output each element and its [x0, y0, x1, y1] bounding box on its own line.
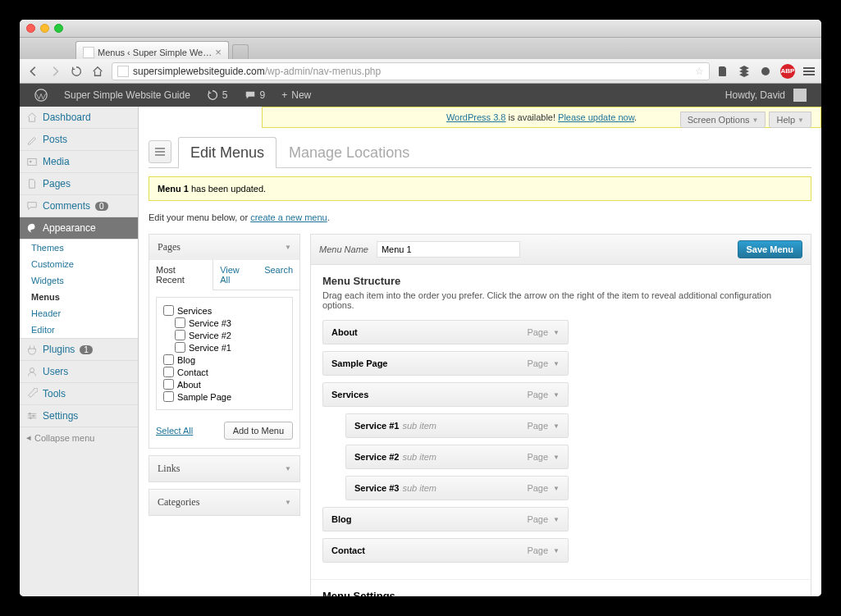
metabox-tab-recent[interactable]: Most Recent [149, 260, 213, 290]
home-button[interactable] [90, 64, 105, 79]
metabox-tab-viewall[interactable]: View All [213, 260, 258, 290]
page-checkbox-services[interactable]: Services [163, 304, 286, 317]
buffer-icon[interactable] [738, 65, 751, 78]
add-to-menu-button[interactable]: Add to Menu [224, 422, 293, 440]
update-now-link[interactable]: Please update now [558, 112, 634, 122]
zoom-window-icon[interactable] [54, 24, 63, 33]
page-checkbox-blog[interactable]: Blog [163, 354, 286, 366]
submenu-editor[interactable]: Editor [20, 322, 138, 338]
reload-button[interactable] [69, 64, 84, 79]
select-all-link[interactable]: Select All [156, 426, 193, 436]
page-checkbox-sample[interactable]: Sample Page [163, 390, 286, 403]
chevron-down-icon: ▼ [553, 516, 560, 523]
new-content-link[interactable]: + New [273, 84, 319, 107]
close-tab-icon[interactable]: × [215, 46, 222, 58]
sidebar-item-users[interactable]: Users [20, 361, 138, 383]
browser-tab[interactable]: Menus ‹ Super Simple We… × [75, 41, 229, 59]
metabox-tab-search[interactable]: Search [258, 260, 299, 290]
metabox-categories-toggle[interactable]: Categories▼ [149, 490, 299, 515]
page-checkbox-contact[interactable]: Contact [163, 366, 286, 378]
admin-bar: Super Simple Website Guide 5 9 + New How… [20, 84, 821, 107]
submenu-header[interactable]: Header [20, 305, 138, 322]
close-window-icon[interactable] [26, 24, 35, 33]
page-checkbox-service1[interactable]: Service #1 [163, 341, 286, 354]
chrome-menu-icon[interactable] [803, 67, 815, 75]
sidebar-item-comments[interactable]: Comments0 [20, 195, 138, 217]
comments-link[interactable]: 9 [236, 84, 274, 107]
menu-item[interactable]: Service #2sub itemPage ▼ [345, 445, 569, 469]
svg-point-5 [29, 413, 31, 415]
browser-toolbar: supersimplewebsiteguide.com/wp-admin/nav… [20, 59, 821, 84]
svg-point-0 [761, 67, 770, 75]
updates-link[interactable]: 5 [199, 84, 236, 107]
help-button[interactable]: Help ▼ [769, 112, 811, 128]
menu-name-input[interactable] [377, 241, 520, 258]
menu-item[interactable]: BlogPage ▼ [322, 507, 569, 532]
menu-item-toggle[interactable]: Page ▼ [527, 358, 560, 368]
tab-title: Menus ‹ Super Simple We… [98, 48, 212, 57]
svg-point-6 [32, 415, 34, 418]
chevron-down-icon: ▼ [285, 499, 291, 506]
page-checkbox-about[interactable]: About [163, 378, 286, 390]
new-tab-button[interactable] [232, 44, 249, 59]
menu-item[interactable]: Service #1sub itemPage ▼ [345, 413, 569, 438]
submenu-menus[interactable]: Menus [20, 289, 138, 305]
wp-version-link[interactable]: WordPress 3.8 [446, 112, 506, 122]
menu-item[interactable]: Sample PagePage ▼ [322, 351, 569, 376]
appearance-submenu: Themes Customize Widgets Menus Header Ed… [20, 240, 138, 339]
sidebar-item-dashboard[interactable]: Dashboard [20, 107, 138, 129]
menu-item[interactable]: AboutPage ▼ [322, 320, 569, 345]
chevron-down-icon: ▼ [553, 454, 560, 461]
chevron-down-icon: ▼ [553, 485, 560, 492]
menu-item[interactable]: ContactPage ▼ [322, 538, 569, 563]
menu-item[interactable]: ServicesPage ▼ [322, 382, 569, 407]
screen-options-button[interactable]: Screen Options ▼ [680, 112, 766, 128]
url-text: supersimplewebsiteguide.com/wp-admin/nav… [133, 66, 381, 77]
menu-item-toggle[interactable]: Page ▼ [527, 452, 560, 462]
extension-icon[interactable] [759, 65, 772, 78]
howdy-user[interactable]: Howdy, David [717, 84, 815, 107]
menu-item-toggle[interactable]: Page ▼ [527, 421, 560, 431]
menus-icon [149, 140, 171, 163]
chevron-down-icon: ▼ [285, 244, 291, 251]
back-button[interactable] [26, 64, 41, 79]
submenu-themes[interactable]: Themes [20, 240, 138, 256]
create-menu-link[interactable]: create a new menu [250, 212, 327, 222]
edit-hint: Edit your menu below, or create a new me… [149, 212, 811, 222]
menu-item-toggle[interactable]: Page ▼ [527, 390, 560, 399]
sidebar-item-posts[interactable]: Posts [20, 129, 138, 151]
menu-item[interactable]: Service #3sub itemPage ▼ [345, 476, 569, 500]
star-icon[interactable]: ☆ [695, 66, 704, 77]
menu-item-toggle[interactable]: Page ▼ [527, 514, 560, 524]
page-checkbox-service2[interactable]: Service #2 [163, 329, 286, 341]
save-menu-button[interactable]: Save Menu [738, 240, 802, 258]
metabox-pages-toggle[interactable]: Pages▼ [149, 235, 299, 260]
page-checkbox-service3[interactable]: Service #3 [163, 317, 286, 329]
tab-manage-locations[interactable]: Manage Locations [277, 137, 422, 168]
collapse-menu[interactable]: ◂ Collapse menu [20, 427, 138, 448]
evernote-icon[interactable] [716, 65, 729, 78]
sidebar-item-media[interactable]: Media [20, 151, 138, 173]
sidebar-item-settings[interactable]: Settings [20, 405, 138, 427]
tab-edit-menus[interactable]: Edit Menus [178, 137, 277, 168]
comments-badge: 0 [95, 202, 108, 211]
menu-item-toggle[interactable]: Page ▼ [527, 545, 560, 555]
metabox-links-toggle[interactable]: Links▼ [149, 456, 299, 481]
sidebar-item-appearance[interactable]: Appearance [20, 217, 138, 240]
adblock-icon[interactable]: ABP [780, 64, 795, 79]
sidebar-item-tools[interactable]: Tools [20, 383, 138, 405]
menu-item-toggle[interactable]: Page ▼ [527, 483, 560, 493]
menu-item-toggle[interactable]: Page ▼ [527, 327, 560, 337]
address-bar[interactable]: supersimplewebsiteguide.com/wp-admin/nav… [112, 62, 710, 80]
sidebar-item-plugins[interactable]: Plugins1 [20, 339, 138, 361]
menu-structure-title: Menu Structure [322, 275, 799, 287]
sidebar-item-pages[interactable]: Pages [20, 173, 138, 195]
minimize-window-icon[interactable] [40, 24, 49, 33]
content-area: Screen Options ▼ Help ▼ WordPress 3.8 is… [139, 107, 821, 596]
site-name[interactable]: Super Simple Website Guide [56, 84, 199, 107]
wp-logo[interactable] [26, 84, 56, 107]
submenu-widgets[interactable]: Widgets [20, 272, 138, 289]
svg-point-3 [30, 161, 32, 163]
submenu-customize[interactable]: Customize [20, 256, 138, 272]
forward-button[interactable] [48, 64, 62, 79]
